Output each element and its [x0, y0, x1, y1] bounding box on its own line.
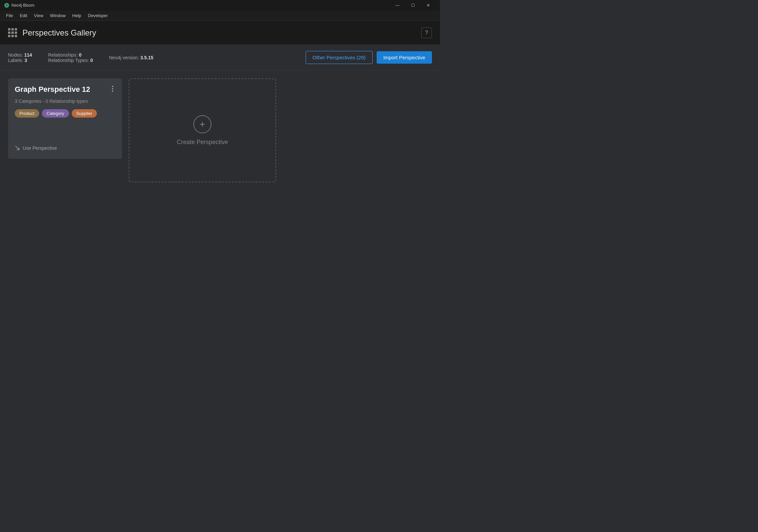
help-button[interactable]: ? — [421, 27, 432, 38]
import-perspective-button[interactable]: Import Perspective — [377, 51, 432, 64]
plus-circle: + — [193, 115, 211, 133]
page-title: Perspectives Gallery — [22, 28, 421, 38]
tag-product: Product — [15, 109, 39, 118]
labels-value: 3 — [24, 58, 27, 63]
labels-stat: Labels: 3 — [8, 58, 32, 63]
card-menu-button[interactable] — [110, 85, 115, 92]
svg-line-2 — [15, 146, 19, 150]
version-stat: Neo4j version: 3.5.15 — [109, 55, 153, 60]
rel-types-stat: Relationship Types: 0 — [48, 58, 93, 63]
create-perspective-label: Create Perspective — [177, 139, 228, 146]
stats-bar: Nodes: 114 Labels: 3 Relationships: 0 Re… — [0, 45, 440, 70]
card-subtitle: 3 Categories - 0 Relationship types — [15, 98, 115, 104]
other-perspectives-button[interactable]: Other Perspectives (29) — [306, 51, 373, 64]
tag-supplier: Supplier — [72, 109, 97, 118]
card-title: Graph Perspective 12 — [15, 85, 90, 94]
menu-developer[interactable]: Developer — [84, 12, 111, 19]
dot-2 — [112, 88, 113, 89]
plus-icon: + — [200, 120, 205, 129]
menu-bar: File Edit View Window Help Developer — [0, 11, 440, 21]
create-perspective-card[interactable]: + Create Perspective — [129, 78, 276, 182]
page-header: Perspectives Gallery ? — [0, 21, 440, 45]
svg-point-1 — [6, 4, 8, 6]
card-header: Graph Perspective 12 — [15, 85, 115, 94]
relationships-stat: Relationships: 0 — [48, 52, 93, 58]
dot-3 — [112, 90, 113, 92]
arrow-icon — [15, 145, 20, 151]
menu-help[interactable]: Help — [69, 12, 85, 19]
rel-types-value: 0 — [90, 58, 93, 63]
relationships-group: Relationships: 0 Relationship Types: 0 — [48, 52, 93, 63]
nodes-group: Nodes: 114 Labels: 3 — [8, 52, 32, 63]
app-title: Neo4j Bloom — [11, 3, 35, 8]
maximize-button[interactable]: ☐ — [405, 0, 421, 11]
title-bar: Neo4j Bloom — ☐ ✕ — [0, 0, 440, 11]
menu-edit[interactable]: Edit — [16, 12, 30, 19]
menu-view[interactable]: View — [30, 12, 47, 19]
version-value: 3.5.15 — [140, 55, 153, 60]
minimize-button[interactable]: — — [390, 0, 405, 11]
nodes-value: 114 — [24, 52, 32, 58]
relationships-value: 0 — [79, 52, 81, 58]
tag-category: Category — [42, 109, 69, 118]
main-content: Graph Perspective 12 3 Categories - 0 Re… — [0, 70, 440, 328]
perspective-card: Graph Perspective 12 3 Categories - 0 Re… — [8, 78, 122, 159]
menu-file[interactable]: File — [3, 12, 16, 19]
menu-window[interactable]: Window — [47, 12, 69, 19]
close-button[interactable]: ✕ — [421, 0, 436, 11]
window-controls: — ☐ ✕ — [390, 0, 436, 11]
app-icon — [4, 3, 9, 8]
version-group: Neo4j version: 3.5.15 — [109, 55, 153, 60]
gallery-icon — [8, 28, 17, 37]
nodes-stat: Nodes: 114 — [8, 52, 32, 58]
use-perspective-button[interactable]: Use Perspective — [15, 144, 115, 152]
category-tags: Product Category Supplier — [15, 109, 115, 118]
dot-1 — [112, 86, 113, 87]
